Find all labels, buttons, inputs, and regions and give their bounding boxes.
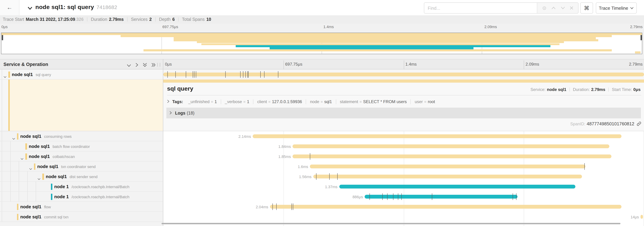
span-bar[interactable] — [163, 73, 644, 76]
back-button[interactable]: ← — [0, 0, 20, 15]
span-service-name: node sql1flow — [20, 204, 51, 209]
collapse-trace-icon[interactable] — [28, 5, 32, 11]
span-operation-name: txn coordinator send — [61, 164, 96, 169]
span-service-name: node 1/cockroach.roachpb.Internal/Batch — [54, 194, 130, 199]
tree-row[interactable]: node 1/cockroach.roachpb.Internal/Batch — [0, 192, 163, 202]
tree-expand-icon[interactable] — [29, 165, 32, 171]
column-resize-handle[interactable] — [157, 63, 160, 67]
tags-expand-icon[interactable] — [167, 99, 170, 104]
tree-row[interactable]: node sql1consuming rows — [0, 131, 163, 141]
trace-summary-bar: Trace StartMarch 31 2022, 17:25:09.326Du… — [0, 15, 644, 24]
collapse-one-icon[interactable] — [127, 62, 131, 68]
span-log-tick — [432, 193, 432, 200]
span-log-tick — [316, 173, 316, 180]
detail-row-left[interactable] — [0, 80, 163, 131]
info-separator — [127, 17, 128, 22]
trace-title-text: node sql1: sql query — [35, 4, 94, 11]
span-duration-label: 2.14ms — [238, 134, 253, 138]
info-value: March 31 2022, 17:25:09 — [26, 17, 75, 22]
span-bar[interactable] — [270, 205, 622, 209]
top-bar: ← node sql1: sql query7418682 — [0, 0, 644, 16]
span-log-tick — [196, 71, 196, 78]
timeline-header-tick — [524, 60, 524, 69]
copy-link-icon[interactable] — [637, 121, 641, 126]
overview-tick-label: 2.79ms — [630, 25, 642, 29]
next-match-icon[interactable] — [561, 7, 565, 9]
expand-all-icon[interactable] — [152, 62, 156, 68]
span-bar[interactable] — [292, 144, 609, 148]
timeline-row[interactable]: 2.04ms — [163, 202, 644, 212]
tree-expand-icon[interactable] — [20, 155, 24, 161]
info-value: 2 — [150, 17, 152, 22]
tree-row[interactable]: node sql1colbatchscan — [0, 151, 163, 161]
span-log-tick — [175, 71, 176, 78]
span-bar[interactable] — [292, 154, 611, 158]
span-log-tick — [264, 71, 265, 78]
span-log-tick — [225, 71, 226, 78]
horizontal-scrollbar-thumb[interactable] — [162, 223, 620, 224]
timeline-row[interactable]: 886μs — [163, 192, 644, 202]
span-accent-bar — [51, 183, 52, 190]
span-accent-bar — [17, 204, 18, 210]
overview-tick-label: 1.4ms — [324, 25, 334, 29]
selected-span-bar[interactable] — [163, 80, 644, 83]
timeline-row[interactable]: 1.6ms — [163, 161, 644, 171]
trace-minimap[interactable] — [1, 33, 642, 54]
logs-row[interactable]: Logs (18) — [166, 108, 641, 118]
tree-row[interactable]: node sql1batch flow coordinator — [0, 141, 163, 151]
span-log-tick — [278, 71, 278, 78]
span-bar[interactable] — [313, 175, 582, 178]
timeline-header-tick — [404, 60, 404, 69]
start-time-label: Start Time: — [612, 87, 632, 92]
tree-expand-icon[interactable] — [4, 73, 6, 80]
span-service-name: node sql1commit sql txn — [20, 214, 68, 219]
panel-divider[interactable] — [163, 59, 163, 226]
tree-expand-icon[interactable] — [12, 135, 15, 141]
timeline-row[interactable] — [163, 69, 644, 80]
collapse-all-icon[interactable] — [143, 62, 147, 68]
tree-row[interactable]: node sql1sql query — [0, 69, 163, 80]
keyboard-shortcuts-button[interactable]: ⌘ — [580, 3, 593, 14]
span-bar[interactable] — [310, 164, 586, 168]
timeline-tick-label: 1.4ms — [405, 62, 416, 67]
clear-find-icon[interactable] — [570, 6, 573, 10]
span-duration-label: 1.84ms — [278, 144, 292, 149]
tree-guide-line — [10, 141, 10, 151]
tree-guide-line — [36, 192, 36, 201]
span-bar[interactable] — [339, 185, 575, 188]
timeline-row[interactable]: 1.56ms — [163, 171, 644, 181]
timeline-row[interactable]: 2.14ms — [163, 131, 644, 141]
tags-row[interactable]: Tags: _unfinished=1_verbose=1client=127.… — [167, 98, 439, 106]
tree-row[interactable]: node 1/cockroach.roachpb.Internal/Batch — [0, 181, 163, 192]
span-log-tick — [272, 203, 273, 210]
view-selector-button[interactable]: Trace Timeline — [596, 3, 637, 14]
tree-row[interactable]: node sql1dist sender send — [0, 171, 163, 181]
span-log-tick — [329, 173, 330, 180]
tag-chip: user=root — [410, 99, 439, 104]
tree-row[interactable]: node sql1commit sql txn — [0, 212, 163, 222]
timeline-row[interactable]: 1.85ms — [163, 151, 644, 161]
expand-one-icon[interactable] — [136, 62, 138, 68]
tree-row[interactable]: node sql1txn coordinator send — [0, 161, 163, 171]
timeline-row[interactable]: 1.84ms — [163, 141, 644, 151]
timeline-row[interactable]: 1.37ms — [163, 181, 644, 192]
info-value-suffix: .326 — [75, 17, 84, 22]
timeline-row[interactable]: 14μs — [163, 212, 644, 222]
trace-info-item: Services2 — [131, 17, 152, 22]
tree-row[interactable]: node sql1flow — [0, 202, 163, 212]
service-label: Service: — [530, 87, 546, 92]
span-row: node sql1dist sender send1.56ms — [0, 171, 644, 181]
span-operation-name: colbatchscan — [52, 154, 75, 159]
match-target-icon[interactable] — [542, 6, 546, 10]
back-arrow-icon: ← — [6, 4, 12, 11]
prev-match-icon[interactable] — [552, 7, 556, 9]
span-row: node sql1commit sql txn14μs — [0, 212, 644, 222]
span-bar[interactable] — [253, 134, 622, 138]
logs-count: (18) — [187, 111, 194, 115]
minimap-span-bar — [270, 47, 474, 50]
tree-expand-icon[interactable] — [38, 175, 40, 181]
logs-expand-icon[interactable] — [170, 111, 172, 115]
find-input[interactable] — [424, 3, 537, 13]
span-bar[interactable] — [641, 215, 643, 219]
span-accent-bar — [17, 214, 18, 220]
